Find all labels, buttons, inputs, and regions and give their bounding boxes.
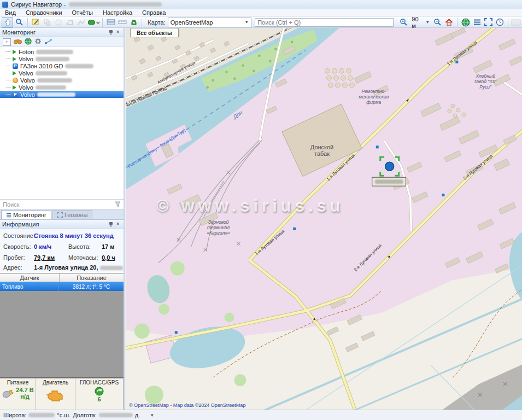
menu-vid[interactable]: Вид — [0, 9, 21, 16]
vehicle-label: Volvo — [20, 77, 35, 84]
tab-monitoring[interactable]: Мониторинг — [1, 210, 51, 219]
state-label: Состояние: — [3, 232, 35, 239]
vehicle-row-selected[interactable]: PVolvo — [0, 91, 124, 98]
home-icon — [445, 19, 453, 26]
menu-spravochniki[interactable]: Справочники — [21, 9, 67, 16]
map-tab-all-objects[interactable]: Все объекты — [130, 28, 179, 37]
select-parent-button[interactable] — [42, 18, 52, 27]
vehicle-position-dot — [385, 162, 394, 171]
close-icon[interactable]: × — [114, 221, 121, 228]
power-voltage: 24.7 В — [16, 387, 33, 393]
latitude-label: Широта: — [3, 412, 26, 418]
close-icon[interactable]: × — [114, 29, 121, 36]
redacted-plate — [36, 71, 67, 75]
watermark: © www.sirius.su — [156, 196, 344, 216]
select-circle-button[interactable] — [54, 18, 64, 27]
chevron-down-icon: ▼ — [244, 20, 249, 25]
tree-filter-input[interactable]: Поиск — [0, 199, 124, 209]
engine-widget: Двигатель — [36, 378, 75, 410]
select-parent-icon — [43, 19, 51, 26]
tab-geozones[interactable]: Геозоны — [52, 210, 92, 219]
speed-label: Скорость: — [3, 243, 31, 250]
parked-status-icon: P — [13, 63, 18, 69]
vehicle-row[interactable]: Volvo — [0, 84, 124, 91]
vehicle-label: ГАЗон 3010 GD — [20, 63, 63, 69]
vehicle-tree: Foton Volvo PГАЗон 3010 GD Volvo Volvo V… — [0, 47, 124, 199]
expand-all-button[interactable]: + — [3, 38, 11, 46]
menu-otchety[interactable]: Отчёты — [67, 9, 98, 16]
magnifier-icon — [15, 18, 24, 26]
engine-hours-label: Моточасы: — [68, 254, 98, 261]
pin-icon[interactable] — [107, 29, 114, 36]
ruler2-icon — [118, 19, 127, 26]
vehicle-row[interactable]: Foton — [0, 48, 124, 55]
object-list-button[interactable] — [472, 18, 482, 27]
vehicle-row[interactable]: PГАЗон 3010 GD — [0, 62, 124, 69]
home-button[interactable] — [444, 18, 454, 27]
polygon-tool-button[interactable] — [65, 18, 75, 27]
sensor-row-fuel[interactable]: Топливо 3812 л; t°: 5 °C — [0, 282, 124, 291]
edit-map-button[interactable] — [31, 18, 41, 27]
mileage-label: Пробег: — [3, 254, 25, 261]
zoom-out-button[interactable] — [432, 18, 443, 27]
vehicle-row[interactable]: Volvo — [0, 69, 124, 77]
zoom-in-icon — [400, 18, 408, 26]
left-panel: Мониторинг × + Foton Volvo — [0, 28, 125, 410]
global-search-input[interactable] — [255, 18, 394, 27]
zoom-scale-value: 90 м — [412, 16, 424, 29]
redacted-plate — [36, 85, 66, 90]
polygon-icon — [66, 19, 74, 26]
tree-filter-placeholder: Поиск — [3, 201, 19, 208]
poi-label-kargill: Зерновойтерминал«Каргилл» — [207, 219, 230, 236]
info-panel-header: Информация × — [0, 220, 124, 229]
history-button[interactable] — [495, 18, 505, 27]
chevron-down-icon: ▼ — [425, 20, 430, 25]
redacted-plate — [375, 179, 403, 184]
column-value[interactable]: Показание — [60, 273, 124, 282]
map-provider-select[interactable]: OpenStreetMap ▼ — [168, 18, 251, 27]
track-color-button[interactable] — [88, 18, 99, 27]
panel-tabs: Мониторинг Геозоны — [0, 209, 124, 220]
gps-widget: ГЛОНАСС/GPS 6 — [75, 378, 124, 410]
power-widget: Питание 24.7 В н/д — [0, 378, 36, 410]
menu-bar: Вид Справочники Отчёты Настройка Справка — [0, 9, 522, 17]
map-canvas[interactable]: 1-я Луговая улица 1-я Луговая улица 1-я … — [126, 28, 522, 410]
measure-area-button[interactable] — [117, 18, 127, 27]
settings-button[interactable] — [34, 38, 42, 46]
menu-spravka[interactable]: Справка — [137, 9, 171, 16]
fit-selection-button[interactable] — [483, 18, 494, 27]
fit-corners-icon — [484, 18, 492, 26]
geozone-lock-button[interactable] — [128, 18, 139, 27]
zoom-in-button[interactable] — [398, 18, 409, 27]
longitude-label: Долгота: — [73, 412, 97, 418]
zoom-tool-button[interactable] — [14, 18, 25, 27]
engine-hours-value[interactable]: 0,0 ч — [102, 254, 115, 261]
mileage-value[interactable]: 79,7 км — [34, 254, 55, 261]
minimap-button[interactable] — [511, 18, 521, 27]
chevron-down-icon[interactable]: ▼ — [150, 413, 154, 418]
polyline-tool-button[interactable] — [77, 18, 87, 27]
redacted-plate — [37, 78, 72, 83]
sensor-value: 3812 л; t°: 5 °C — [59, 282, 124, 291]
moving-status-icon — [13, 57, 16, 61]
show-on-map-button[interactable] — [25, 38, 32, 46]
main-toolbar: Карта: OpenStreetMap ▼ 90 м ▼ — [0, 17, 522, 28]
moving-status-icon — [13, 71, 16, 75]
vehicle-row[interactable]: Volvo — [0, 55, 124, 62]
pin-icon[interactable] — [107, 221, 114, 228]
route-button[interactable] — [44, 38, 52, 46]
show-all-objects-button[interactable] — [460, 18, 471, 27]
application-window: Сириус Навигатор - Вид Справочники Отчёт… — [0, 0, 522, 420]
gear-icon — [34, 38, 42, 45]
zoom-scale-select[interactable]: 90 м ▼ — [409, 15, 432, 30]
clock-icon — [496, 18, 504, 26]
vehicle-row[interactable]: Volvo — [0, 77, 124, 84]
menu-nastroyka[interactable]: Настройка — [98, 9, 137, 16]
column-sensor[interactable]: Датчик — [0, 273, 60, 282]
measure-button[interactable] — [105, 18, 116, 27]
redacted-plate — [36, 50, 73, 54]
find-vehicle-button[interactable] — [14, 38, 22, 45]
pan-tool-button[interactable] — [2, 17, 13, 28]
app-icon — [2, 2, 8, 8]
vehicle-label: Foton — [19, 49, 34, 55]
